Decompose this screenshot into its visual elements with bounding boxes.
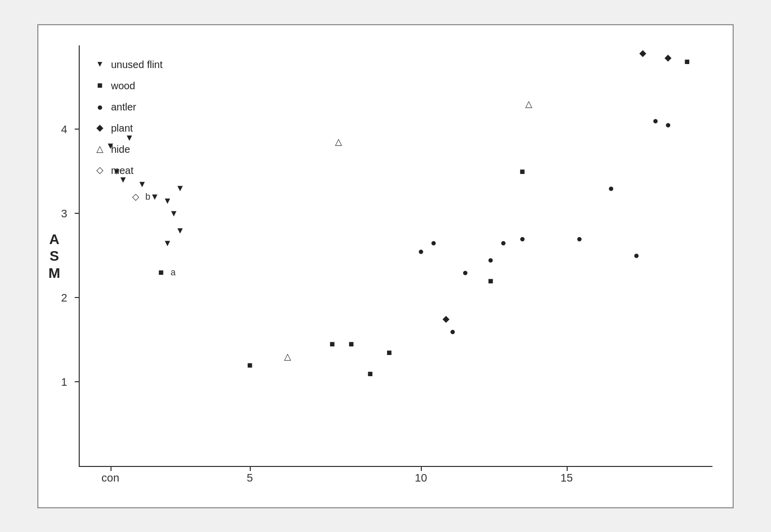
point-wood-2: ■	[247, 360, 253, 370]
data-points-svg: ▼ ▼ ▼ ▼ ▼ ▼ ▼ ▼ ▼ ▼ ▼ ■ a ■ ■	[79, 45, 712, 467]
point-antler-9: ●	[608, 182, 614, 193]
point-antler-11: ●	[652, 114, 658, 126]
point-hide-1: △	[284, 351, 291, 362]
point-plant-3: ◆	[639, 48, 646, 58]
y-tick-1	[75, 381, 79, 382]
point-antler-8: ●	[576, 232, 582, 244]
point-wood-5: ■	[367, 368, 373, 378]
x-tick-15	[567, 467, 568, 471]
point-flint-7: ▼	[163, 196, 172, 206]
point-wood-4: ■	[349, 339, 354, 349]
point-flint-11: ▼	[163, 238, 172, 248]
point-antler-2: ●	[430, 237, 436, 248]
x-tick-con	[111, 467, 112, 471]
point-antler-6: ●	[500, 237, 506, 248]
point-antler-12: ●	[665, 119, 671, 130]
point-hide-3: △	[525, 98, 532, 108]
point-flint-6: ▼	[150, 191, 159, 201]
x-label-con: con	[101, 471, 119, 485]
point-flint-4: ▼	[138, 179, 147, 189]
point-wood-8: ■	[520, 166, 525, 176]
y-label-2: 2	[61, 291, 67, 305]
point-antler-3: ●	[450, 325, 456, 336]
chart-container: ASM 1 2 3 4 con 5 10 15 ▼ unused flint ■	[37, 24, 734, 508]
point-wood-a: ■	[158, 267, 164, 277]
point-flint-1: ▼	[106, 141, 115, 151]
point-antler-4: ●	[462, 266, 468, 277]
point-antler-10: ●	[633, 250, 639, 261]
point-hide-2: △	[335, 137, 342, 147]
point-plant-2: ◆	[665, 52, 672, 62]
x-label-15: 15	[561, 471, 573, 485]
y-label-3: 3	[61, 207, 67, 220]
point-antler-1: ●	[418, 245, 424, 256]
x-label-10: 10	[415, 471, 427, 485]
chart-area: ASM 1 2 3 4 con 5 10 15 ▼ unused flint ■	[79, 45, 712, 467]
label-b: b	[145, 191, 150, 201]
point-flint-9: ▼	[169, 208, 178, 218]
x-tick-10	[421, 467, 422, 471]
point-wood-6: ■	[387, 347, 392, 358]
x-tick-5	[250, 467, 251, 471]
label-a: a	[171, 267, 176, 277]
point-wood-9: ■	[684, 56, 690, 67]
y-tick-3	[75, 213, 79, 214]
point-plant-1: ◆	[443, 314, 450, 324]
y-axis-label: ASM	[48, 230, 60, 281]
point-meat-1: ◇	[132, 191, 139, 201]
point-flint-10: ▼	[176, 225, 185, 235]
point-antler-7: ●	[519, 232, 525, 244]
point-wood-3: ■	[329, 339, 335, 349]
y-tick-4	[75, 129, 79, 130]
y-label-4: 4	[61, 123, 67, 136]
y-tick-2	[75, 297, 79, 298]
point-flint-8: ▼	[176, 183, 185, 193]
point-wood-7: ■	[488, 275, 493, 285]
point-flint-5: ▼	[125, 132, 134, 142]
x-label-5: 5	[247, 471, 253, 485]
y-label-1: 1	[61, 376, 67, 389]
point-flint-3: ▼	[119, 174, 128, 185]
point-antler-5: ●	[487, 254, 493, 265]
